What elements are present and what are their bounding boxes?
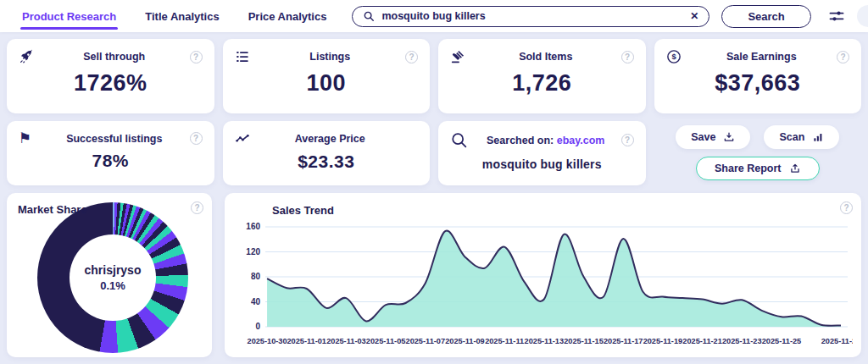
stat-title: Sale Earnings <box>687 51 837 63</box>
flag-icon: ⚑ <box>19 131 39 146</box>
search-icon <box>363 10 375 22</box>
training-videos-button[interactable]: Training Videos <box>857 5 868 27</box>
sales-trend-card: Sales Trend ? 040801201602025-10-302025-… <box>225 193 861 357</box>
donut-center-value: 0.1% <box>100 279 125 292</box>
help-icon[interactable]: ? <box>190 132 203 145</box>
svg-text:160: 160 <box>246 223 260 232</box>
filters-icon[interactable] <box>828 8 845 25</box>
magnifier-icon <box>450 131 470 149</box>
save-icon <box>723 131 735 143</box>
upload-icon <box>789 163 801 174</box>
listings-value: 100 <box>235 70 419 97</box>
dollar-icon: $ <box>666 49 687 64</box>
tab-title-analytics[interactable]: Title Analytics <box>143 1 220 32</box>
sales-trend-chart[interactable]: 040801201602025-10-302025-11-012025-11-0… <box>233 220 853 356</box>
searched-on-card: Searched on: ebay.com ? mosquito bug kil… <box>438 121 646 185</box>
svg-text:$: $ <box>671 52 676 61</box>
help-icon[interactable]: ? <box>405 51 418 63</box>
sales-trend-title: Sales Trend <box>272 204 334 217</box>
sale-earnings-card: $ Sale Earnings ? $37,663 <box>654 39 862 113</box>
market-share-card: Market Share ? chrisjryso 0.1% <box>7 193 212 357</box>
svg-text:2025-11-28: 2025-11-28 <box>821 337 853 345</box>
svg-text:2025-11-25: 2025-11-25 <box>762 337 802 345</box>
svg-text:2025-11-17: 2025-11-17 <box>604 337 643 345</box>
sold-items-card: Sold Items ? 1,726 <box>438 39 646 113</box>
rocket-icon <box>19 49 39 64</box>
search-button[interactable]: Search <box>721 5 810 28</box>
top-navbar: Product Research Title Analytics Price A… <box>0 0 868 32</box>
report-actions: Save Scan Share Report <box>654 121 862 185</box>
svg-text:2025-11-19: 2025-11-19 <box>643 337 683 345</box>
average-price-card: Average Price $23.33 <box>223 121 431 185</box>
market-share-donut[interactable]: chrisjryso 0.1% <box>37 202 188 353</box>
svg-text:2025-11-23: 2025-11-23 <box>722 337 762 345</box>
svg-text:2025-11-07: 2025-11-07 <box>406 337 446 345</box>
help-icon[interactable]: ? <box>621 51 634 63</box>
svg-text:2025-11-21: 2025-11-21 <box>682 337 722 345</box>
search-bar[interactable]: ✕ <box>352 6 709 27</box>
successful-listings-value: 78% <box>19 151 203 171</box>
help-icon[interactable]: ? <box>191 201 203 214</box>
svg-text:2025-11-09: 2025-11-09 <box>445 337 485 345</box>
search-input[interactable] <box>381 10 683 22</box>
help-icon[interactable]: ? <box>190 51 203 63</box>
stats-row-1: Sell through ? 1726% Listings ? 100 Sold… <box>7 39 861 113</box>
scan-button[interactable]: Scan <box>764 125 839 149</box>
svg-text:40: 40 <box>251 297 261 306</box>
ebay-link[interactable]: ebay.com <box>557 135 605 146</box>
sale-earnings-value: $37,663 <box>666 70 850 97</box>
save-label: Save <box>691 131 715 143</box>
list-icon <box>235 49 255 64</box>
market-share-title: Market Share <box>18 203 87 216</box>
svg-text:2025-11-05: 2025-11-05 <box>366 337 406 345</box>
searched-keywords-value: mosquito bug killers <box>450 157 634 171</box>
svg-text:2025-11-15: 2025-11-15 <box>564 337 604 345</box>
sell-through-card: Sell through ? 1726% <box>7 39 214 113</box>
save-button[interactable]: Save <box>676 125 750 149</box>
stats-row-2: ⚑ Successful listings ? 78% Average Pric… <box>7 121 861 185</box>
svg-text:2025-11-13: 2025-11-13 <box>525 337 565 345</box>
stat-title: Sell through <box>39 51 190 63</box>
average-price-value: $23.33 <box>235 152 419 172</box>
stat-title: Successful listings <box>39 133 190 145</box>
svg-text:0: 0 <box>255 323 260 332</box>
svg-text:2025-11-01: 2025-11-01 <box>287 337 326 345</box>
donut-center-label: chrisjryso <box>85 263 142 277</box>
bars-icon <box>812 131 824 143</box>
share-report-label: Share Report <box>715 163 782 174</box>
sold-items-value: 1,726 <box>450 70 634 97</box>
help-icon[interactable]: ? <box>837 51 849 63</box>
stat-title: Sold Items <box>470 51 621 63</box>
charts-row: Market Share ? chrisjryso 0.1% Sales Tre… <box>7 193 861 357</box>
donut-center: chrisjryso 0.1% <box>70 234 155 320</box>
listings-card: Listings ? 100 <box>223 39 431 113</box>
stat-title: Average Price <box>255 133 406 145</box>
sell-through-value: 1726% <box>19 70 203 97</box>
share-report-button[interactable]: Share Report <box>696 157 820 180</box>
trend-icon <box>235 131 255 146</box>
scan-label: Scan <box>779 131 804 143</box>
svg-text:2025-10-30: 2025-10-30 <box>248 337 287 345</box>
gavel-icon <box>450 49 470 64</box>
help-icon[interactable]: ? <box>621 134 634 146</box>
svg-text:80: 80 <box>251 273 261 282</box>
stat-title: Listings <box>255 51 406 63</box>
svg-text:2025-11-03: 2025-11-03 <box>326 337 366 345</box>
successful-listings-card: ⚑ Successful listings ? 78% <box>7 121 214 185</box>
tab-product-research[interactable]: Product Research <box>20 1 118 32</box>
svg-text:2025-11-11: 2025-11-11 <box>485 337 524 345</box>
dashboard: Sell through ? 1726% Listings ? 100 Sold… <box>0 32 868 364</box>
tab-price-analytics[interactable]: Price Analytics <box>247 1 329 32</box>
nav-tabs: Product Research Title Analytics Price A… <box>20 1 328 32</box>
help-icon[interactable]: ? <box>840 201 853 214</box>
clear-search-icon[interactable]: ✕ <box>690 11 698 21</box>
searched-on-title: Searched on: ebay.com <box>470 135 621 146</box>
svg-text:120: 120 <box>246 247 260 256</box>
searched-on-prefix: Searched on: <box>487 135 554 146</box>
